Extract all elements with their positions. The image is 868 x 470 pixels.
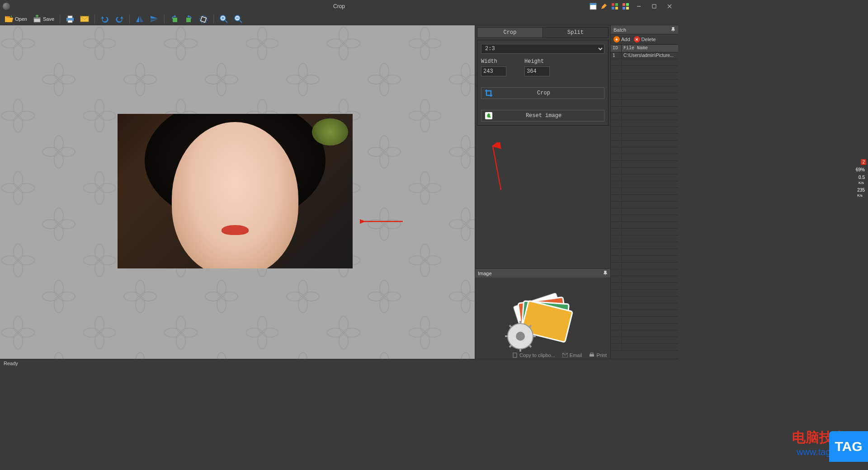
titlebar-grid2-icon[interactable] bbox=[622, 3, 629, 10]
batch-title: Batch bbox=[613, 27, 626, 33]
table-row bbox=[611, 324, 678, 330]
minimize-button[interactable] bbox=[633, 2, 645, 11]
col-file[interactable]: File Name bbox=[622, 45, 678, 52]
x-icon: × bbox=[634, 36, 640, 42]
table-row bbox=[611, 269, 678, 276]
table-row bbox=[611, 310, 678, 317]
table-row[interactable]: 1C:\Users\admin\Picture... bbox=[611, 52, 678, 59]
batch-delete-label: Delete bbox=[642, 37, 656, 42]
batch-table-header: ID File Name bbox=[611, 44, 678, 52]
undo-button[interactable] bbox=[99, 14, 111, 24]
pin-icon[interactable] bbox=[671, 27, 675, 33]
zoom-out-icon bbox=[234, 14, 243, 24]
titlebar-grid1-icon[interactable] bbox=[611, 3, 618, 10]
table-row bbox=[611, 296, 678, 303]
maximize-button[interactable] bbox=[648, 2, 660, 11]
svg-rect-20 bbox=[173, 18, 177, 22]
svg-rect-18 bbox=[68, 20, 72, 23]
crop-icon bbox=[483, 88, 494, 99]
print-button[interactable] bbox=[64, 14, 76, 24]
rotate-free-button[interactable] bbox=[197, 14, 210, 24]
crop-button[interactable]: Crop bbox=[481, 87, 604, 99]
table-row bbox=[611, 317, 678, 324]
table-row bbox=[611, 161, 678, 168]
image-panel-footer: Copy to clipbo... Email Print bbox=[512, 352, 607, 358]
crop-panel: 2:3 Width Height Crop Reset image bbox=[477, 40, 609, 126]
flip-horizontal-icon bbox=[135, 14, 144, 24]
close-button[interactable] bbox=[664, 2, 675, 11]
svg-rect-4 bbox=[612, 7, 614, 9]
envelope-icon bbox=[80, 14, 89, 24]
envelope-small-icon bbox=[562, 353, 568, 357]
table-row bbox=[611, 229, 678, 235]
titlebar: Crop bbox=[0, 0, 678, 13]
tab-crop[interactable]: Crop bbox=[477, 28, 543, 38]
table-row bbox=[611, 249, 678, 256]
batch-panel: Batch + Add × Delete ID File Name 1C:\Us… bbox=[610, 25, 678, 359]
tab-split[interactable]: Split bbox=[543, 28, 608, 38]
zoom-in-icon bbox=[219, 14, 228, 24]
table-row bbox=[611, 344, 678, 351]
width-input[interactable] bbox=[481, 66, 506, 76]
save-icon bbox=[33, 14, 42, 24]
titlebar-pencil-icon[interactable] bbox=[600, 3, 608, 10]
printer-icon bbox=[66, 14, 75, 24]
svg-line-54 bbox=[529, 345, 531, 347]
svg-rect-21 bbox=[186, 18, 191, 22]
open-label: Open bbox=[15, 16, 27, 22]
svg-rect-60 bbox=[590, 353, 593, 354]
pin-icon[interactable] bbox=[603, 271, 608, 276]
toolbar-separator bbox=[164, 14, 165, 24]
flip-h-button[interactable] bbox=[133, 14, 146, 24]
footer-email-button[interactable]: Email bbox=[562, 352, 582, 358]
svg-line-29 bbox=[240, 20, 242, 23]
open-button[interactable]: Open bbox=[3, 14, 29, 24]
svg-point-48 bbox=[516, 332, 525, 341]
batch-delete-button[interactable]: × Delete bbox=[634, 36, 656, 42]
toolbar-separator bbox=[213, 14, 214, 24]
table-row bbox=[611, 59, 678, 66]
undo-icon bbox=[100, 14, 109, 24]
crop-button-label: Crop bbox=[496, 90, 591, 96]
col-id[interactable]: ID bbox=[611, 45, 622, 52]
table-row bbox=[611, 113, 678, 120]
recycle-icon bbox=[483, 110, 494, 121]
svg-rect-17 bbox=[68, 16, 72, 18]
table-row bbox=[611, 181, 678, 188]
batch-add-label: Add bbox=[621, 37, 630, 42]
batch-header: Batch bbox=[611, 25, 678, 34]
table-row bbox=[611, 256, 678, 263]
svg-rect-59 bbox=[590, 354, 594, 357]
table-row bbox=[611, 134, 678, 141]
footer-print-button[interactable]: Print bbox=[589, 352, 607, 358]
save-button[interactable]: Save bbox=[31, 14, 56, 24]
toolbar-separator bbox=[60, 14, 60, 24]
flip-v-button[interactable] bbox=[148, 14, 160, 24]
svg-line-53 bbox=[509, 325, 511, 327]
save-label: Save bbox=[43, 16, 54, 22]
height-input[interactable] bbox=[524, 66, 550, 76]
statusbar: Ready bbox=[0, 359, 678, 367]
titlebar-square1-icon[interactable] bbox=[590, 3, 597, 10]
zoom-out-button[interactable] bbox=[232, 14, 245, 24]
zoom-in-button[interactable] bbox=[217, 14, 230, 24]
rotate-right-button[interactable] bbox=[183, 14, 195, 24]
image-preview[interactable] bbox=[118, 114, 353, 268]
rotate-left-button[interactable] bbox=[168, 14, 181, 24]
svg-line-25 bbox=[225, 20, 227, 23]
canvas-area[interactable] bbox=[0, 25, 475, 359]
photo-stack-icon bbox=[505, 284, 581, 352]
aspect-ratio-select[interactable]: 2:3 bbox=[481, 44, 604, 54]
table-row bbox=[611, 283, 678, 290]
batch-add-button[interactable]: + Add bbox=[613, 36, 630, 42]
main-area: Crop Split 2:3 Width Height Crop bbox=[0, 25, 678, 359]
copy-clipboard-button[interactable]: Copy to clipbo... bbox=[512, 352, 555, 358]
email-button[interactable] bbox=[78, 14, 91, 24]
reset-button[interactable]: Reset image bbox=[481, 110, 604, 122]
redo-button[interactable] bbox=[113, 14, 126, 24]
printer-small-icon bbox=[589, 352, 594, 358]
table-row bbox=[611, 100, 678, 107]
table-row bbox=[611, 188, 678, 195]
flip-vertical-icon bbox=[150, 14, 159, 24]
table-row bbox=[611, 73, 678, 80]
